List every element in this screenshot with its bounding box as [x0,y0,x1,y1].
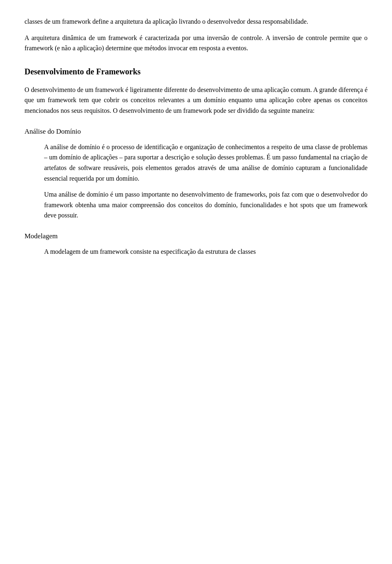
paragraph-6: A modelagem de um framework consiste na … [24,246,368,257]
paragraph-2: A arquitetura dinâmica de um framework é… [24,33,368,54]
paragraph-4: A análise de domínio é o processo de ide… [24,142,368,184]
section-heading-frameworks: Desenvolvimento de Frameworks [24,65,368,78]
paragraph-1: classes de um framework define a arquite… [24,16,368,27]
document-content: classes de um framework define a arquite… [24,16,368,257]
sub-heading-analise: Análise do Domínio [24,126,368,137]
sub-heading-modelagem: Modelagem [24,231,368,242]
paragraph-3: O desenvolvimento de um framework é lige… [24,85,368,116]
paragraph-5: Uma análise de domínio é um passo import… [24,189,368,221]
